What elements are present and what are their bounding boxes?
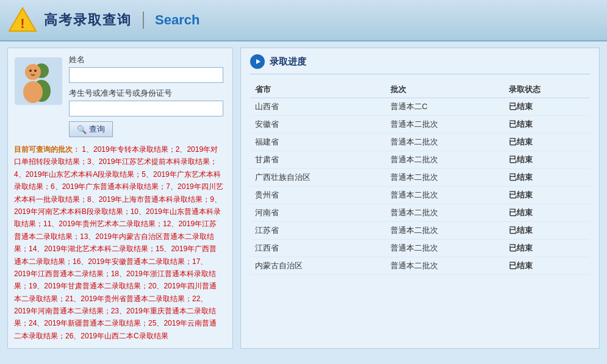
cell-batch: 普通本二批次 [386, 257, 505, 275]
cell-status: 已结束 [504, 98, 590, 116]
page-title: 高考录取查询 [44, 11, 132, 29]
table-body: 山西省普通本二C已结束安徽省普通本二批次已结束福建省普通本二批次已结束甘肃省普通… [250, 98, 590, 275]
cell-province: 甘肃省 [250, 151, 386, 169]
search-icon: 🔍 [77, 125, 87, 134]
col-batch: 批次 [386, 82, 505, 98]
table-row: 广西壮族自治区普通本二批次已结束 [250, 169, 590, 187]
header: ! 高考录取查询 Search [0, 0, 607, 41]
id-input[interactable] [69, 101, 223, 116]
cell-status: 已结束 [504, 257, 590, 275]
cell-province: 江苏省 [250, 222, 386, 240]
id-label: 考生号或准考证号或身份证号 [69, 88, 223, 99]
cell-batch: 普通本二批次 [386, 187, 505, 204]
header-divider [143, 12, 144, 29]
cell-status: 已结束 [504, 116, 590, 134]
cell-status: 已结束 [504, 151, 590, 169]
svg-point-6 [23, 81, 43, 103]
cell-batch: 普通本二批次 [386, 151, 505, 169]
name-group: 姓名 [69, 54, 223, 83]
progress-header: 录取进度 [250, 54, 590, 74]
table-row: 福建省普通本二批次已结束 [250, 134, 590, 151]
table-row: 贵州省普通本二批次已结束 [250, 187, 590, 204]
info-content: 1、2019年专转本录取结果；2、2019年对口单招转段录取结果；3、2019年… [14, 145, 223, 340]
cell-province: 安徽省 [250, 116, 386, 134]
table-row: 江苏省普通本二批次已结束 [250, 222, 590, 240]
id-group: 考生号或准考证号或身份证号 [69, 88, 223, 116]
svg-point-7 [29, 70, 32, 72]
cell-batch: 普通本二批次 [386, 204, 505, 222]
cell-batch: 普通本二批次 [386, 116, 505, 134]
table-row: 甘肃省普通本二批次已结束 [250, 151, 590, 169]
info-header: 目前可查询的批次： [14, 145, 80, 154]
table-row: 江西省普通本二批次已结束 [250, 240, 590, 257]
cell-province: 山西省 [250, 98, 386, 116]
col-status: 录取状态 [504, 82, 590, 98]
col-province: 省市 [250, 82, 386, 98]
header-search-label: Search [155, 12, 199, 28]
cell-province: 广西壮族自治区 [250, 169, 386, 187]
cell-batch: 普通本二批次 [386, 134, 505, 151]
cell-status: 已结束 [504, 222, 590, 240]
table-row: 安徽省普通本二批次已结束 [250, 116, 590, 134]
cell-province: 贵州省 [250, 187, 386, 204]
left-panel: 姓名 考生号或准考证号或身份证号 🔍 查询 目前可查询的批次： 1、2019年专… [7, 48, 233, 349]
right-panel: 录取进度 省市 批次 录取状态 山西省普通本二C已结束安徽省普通本二批次已结束福… [240, 48, 600, 349]
table-header: 省市 批次 录取状态 [250, 82, 590, 98]
name-input[interactable] [69, 67, 223, 83]
cell-province: 福建省 [250, 134, 386, 151]
form-fields: 姓名 考生号或准考证号或身份证号 🔍 查询 [69, 54, 223, 137]
warning-icon: ! [7, 5, 38, 35]
svg-point-8 [34, 70, 37, 72]
cell-province: 河南省 [250, 204, 386, 222]
cell-batch: 普通本二批次 [386, 240, 505, 257]
table-row: 山西省普通本二C已结束 [250, 98, 590, 116]
cell-status: 已结束 [504, 169, 590, 187]
table-row: 内蒙古自治区普通本二批次已结束 [250, 257, 590, 275]
form-section: 姓名 考生号或准考证号或身份证号 🔍 查询 [14, 54, 223, 137]
cell-batch: 普通本二批次 [386, 222, 505, 240]
cell-status: 已结束 [504, 134, 590, 151]
progress-title: 录取进度 [270, 56, 306, 68]
info-section: 目前可查询的批次： 1、2019年专转本录取结果；2、2019年对口单招转段录取… [14, 143, 223, 342]
cell-batch: 普通本二C [386, 98, 505, 116]
avatar [14, 54, 63, 137]
cell-status: 已结束 [504, 240, 590, 257]
name-label: 姓名 [69, 54, 223, 65]
progress-table: 省市 批次 录取状态 山西省普通本二C已结束安徽省普通本二批次已结束福建省普通本… [250, 82, 590, 275]
cell-status: 已结束 [504, 204, 590, 222]
cell-status: 已结束 [504, 187, 590, 204]
query-button-label: 查询 [89, 124, 105, 135]
table-row: 河南省普通本二批次已结束 [250, 204, 590, 222]
cell-province: 内蒙古自治区 [250, 257, 386, 275]
cell-batch: 普通本二批次 [386, 169, 505, 187]
query-button[interactable]: 🔍 查询 [69, 121, 113, 137]
svg-text:!: ! [20, 16, 24, 31]
main-content: 姓名 考生号或准考证号或身份证号 🔍 查询 目前可查询的批次： 1、2019年专… [0, 41, 607, 355]
cell-province: 江西省 [250, 240, 386, 257]
progress-icon [250, 54, 265, 69]
svg-point-5 [25, 64, 41, 80]
